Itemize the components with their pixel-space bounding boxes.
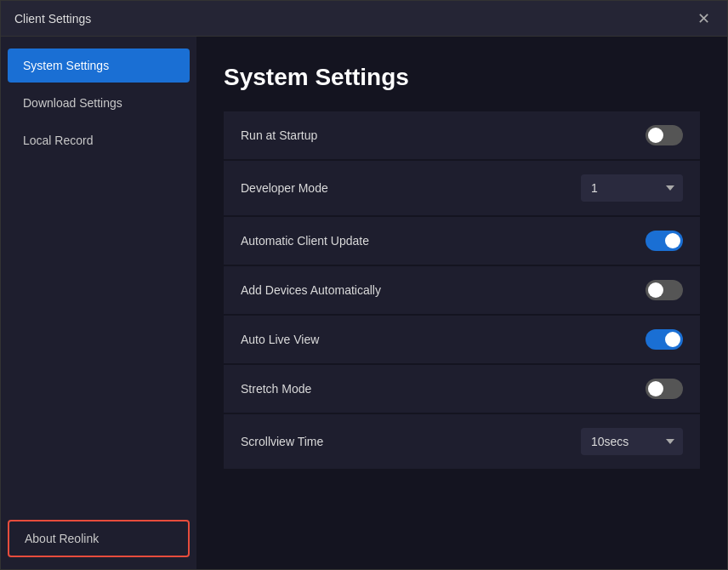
sidebar-spacer [1, 159, 196, 520]
page-title: System Settings [224, 64, 700, 91]
title-bar: Client Settings ✕ [1, 1, 727, 37]
sidebar-item-local-record[interactable]: Local Record [8, 123, 190, 157]
toggle-slider-automatic-client-update [646, 231, 683, 251]
setting-row-scrollview-time: Scrollview Time 5secs 10secs 15secs 30se… [224, 414, 700, 469]
toggle-slider-auto-live-view [646, 329, 683, 350]
content-area: System Settings Download Settings Local … [1, 37, 727, 569]
setting-label-add-devices-automatically: Add Devices Automatically [241, 283, 381, 297]
toggle-auto-live-view[interactable] [646, 329, 683, 350]
toggle-slider-run-at-startup [646, 125, 683, 145]
toggle-add-devices-automatically[interactable] [646, 280, 683, 300]
window-title: Client Settings [14, 12, 91, 26]
setting-row-auto-live-view: Auto Live View [224, 316, 700, 363]
client-settings-window: Client Settings ✕ System Settings Downlo… [0, 0, 728, 570]
select-developer-mode[interactable]: 0 1 2 [581, 174, 683, 202]
setting-label-automatic-client-update: Automatic Client Update [241, 234, 369, 248]
setting-label-developer-mode: Developer Mode [241, 181, 328, 195]
main-content: System Settings Run at Startup Developer… [196, 37, 727, 569]
toggle-slider-stretch-mode [646, 379, 683, 399]
setting-row-automatic-client-update: Automatic Client Update [224, 217, 700, 265]
settings-list: Run at Startup Developer Mode 0 1 2 [224, 111, 700, 469]
setting-label-auto-live-view: Auto Live View [241, 333, 319, 346]
setting-row-add-devices-automatically: Add Devices Automatically [224, 266, 700, 314]
sidebar-item-download-settings[interactable]: Download Settings [8, 86, 190, 120]
setting-label-run-at-startup: Run at Startup [241, 128, 317, 142]
toggle-automatic-client-update[interactable] [646, 231, 683, 251]
setting-row-stretch-mode: Stretch Mode [224, 365, 700, 413]
setting-row-run-at-startup: Run at Startup [224, 111, 700, 159]
close-button[interactable]: ✕ [694, 8, 714, 30]
toggle-run-at-startup[interactable] [646, 125, 683, 145]
toggle-slider-add-devices-automatically [646, 280, 683, 300]
toggle-stretch-mode[interactable] [646, 379, 683, 399]
sidebar: System Settings Download Settings Local … [1, 37, 196, 569]
setting-label-stretch-mode: Stretch Mode [241, 382, 311, 396]
setting-label-scrollview-time: Scrollview Time [241, 435, 323, 448]
select-scrollview-time[interactable]: 5secs 10secs 15secs 30secs [581, 428, 683, 455]
sidebar-item-system-settings[interactable]: System Settings [8, 48, 190, 83]
sidebar-item-about-reolink[interactable]: About Reolink [8, 520, 190, 557]
setting-row-developer-mode: Developer Mode 0 1 2 [224, 161, 700, 215]
